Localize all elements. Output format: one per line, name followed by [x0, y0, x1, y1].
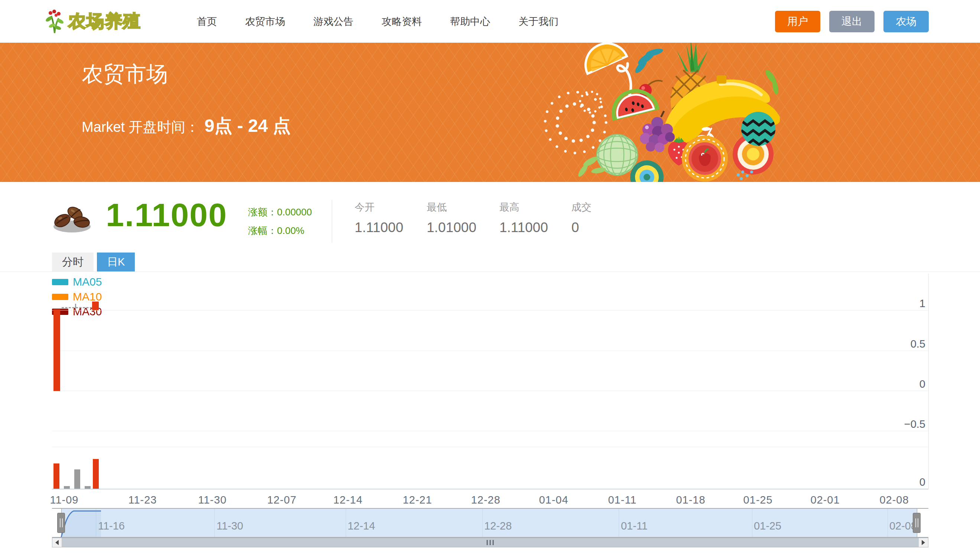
volume-bar-1	[64, 486, 70, 489]
x-axis-label-12-28: 12-28	[458, 494, 513, 506]
open-hours-value: 9点 - 24 点	[205, 114, 291, 138]
x-axis-label-02-08: 02-08	[867, 494, 922, 506]
chart-right-border	[928, 274, 929, 489]
gridline-0.5	[52, 350, 928, 351]
stat-value: 1.11000	[355, 220, 404, 235]
legend-swatch	[52, 279, 68, 285]
ma-line-dashes	[62, 307, 92, 308]
scroll-right-button[interactable]	[918, 538, 928, 547]
stat-value: 1.11000	[500, 220, 548, 235]
page-title: 农贸市场	[82, 60, 168, 89]
site-logo[interactable]: 农场养殖	[44, 9, 141, 34]
chart-tabs: 分时日K	[52, 253, 135, 272]
stat-value: 0	[572, 220, 620, 235]
open-hours-label: Market 开盘时间：	[82, 118, 199, 137]
tabs-underline	[0, 272, 980, 272]
change-amount-row: 涨额：0.00000	[248, 203, 312, 221]
scrollbar-grip-icon[interactable]	[487, 540, 494, 545]
change-pct-row: 涨幅：0.00%	[248, 221, 312, 240]
x-axis-label-11-23: 11-23	[115, 494, 170, 506]
volume-bar-3	[85, 486, 91, 489]
datazoom-label-01-11: 01-11	[608, 520, 660, 532]
nav-buttons: 用户退出农场	[775, 11, 929, 32]
stat-2: 最高1.11000	[500, 200, 548, 235]
tab-分时[interactable]: 分时	[52, 253, 93, 272]
volume-bar-0	[53, 463, 59, 489]
nav-link-2[interactable]: 游戏公告	[313, 15, 353, 28]
legend-item-MA10[interactable]: MA10	[52, 290, 102, 303]
stat-1: 最低1.01000	[427, 200, 477, 235]
ma-line-tick	[75, 304, 76, 308]
x-axis-label-12-21: 12-21	[390, 494, 445, 506]
x-axis-label-11-30: 11-30	[185, 494, 240, 506]
market-open-hours: Market 开盘时间： 9点 - 24 点	[82, 114, 291, 138]
nav-button-0[interactable]: 用户	[775, 11, 820, 32]
datazoom-right-handle[interactable]	[913, 513, 921, 533]
horizontal-scrollbar[interactable]	[52, 538, 928, 547]
nav-link-0[interactable]: 首页	[197, 15, 217, 28]
nav-button-1[interactable]: 退出	[829, 11, 875, 32]
stat-label: 成交	[572, 200, 620, 214]
change-block: 涨额：0.00000 涨幅：0.00%	[248, 203, 312, 240]
datazoom-label-11-30: 11-30	[204, 520, 256, 532]
candlestick-11-13	[92, 302, 99, 310]
gridline-0	[52, 391, 928, 391]
datazoom-label-01-25: 01-25	[742, 520, 793, 532]
x-axis-label-01-04: 01-04	[526, 494, 582, 506]
legend-swatch	[52, 294, 68, 300]
volume-bar-4	[93, 459, 99, 489]
page: 农场养殖 首页农贸市场游戏公告攻略资料帮助中心关于我们 用户退出农场 农贸市场 …	[0, 0, 980, 560]
datazoom-label-02-08: 02-08	[877, 520, 929, 532]
current-price: 1.11000	[106, 196, 227, 234]
y-axis-label-0.5: 0.5	[888, 338, 925, 350]
datazoom-label-12-14: 12-14	[335, 520, 387, 532]
x-axis-label-12-07: 12-07	[254, 494, 310, 506]
nav-links: 首页农贸市场游戏公告攻略资料帮助中心关于我们	[197, 15, 558, 28]
gridline-1	[52, 310, 928, 310]
tab-日K[interactable]: 日K	[97, 253, 135, 272]
stat-label: 最高	[500, 200, 548, 214]
fruit-illustration	[535, 43, 780, 182]
y-axis-label-0: 0	[888, 378, 925, 390]
nav-link-1[interactable]: 农贸市场	[245, 15, 285, 28]
divider	[332, 200, 332, 243]
datazoom-left-handle[interactable]	[57, 513, 65, 533]
stat-3: 成交0	[572, 200, 620, 235]
x-axis-label-12-14: 12-14	[320, 494, 376, 506]
left-triangle-icon	[55, 540, 59, 545]
volume-bar-2	[74, 469, 80, 489]
nav-link-4[interactable]: 帮助中心	[450, 15, 490, 28]
volume-baseline	[52, 489, 928, 490]
coffee-beans-icon	[51, 203, 93, 234]
x-axis-label-11-09: 11-09	[37, 494, 92, 506]
nav-link-3[interactable]: 攻略资料	[382, 15, 422, 28]
datazoom-slider[interactable]: 11-1611-3012-1412-2801-1101-2502-08	[52, 508, 928, 538]
logo-text: 农场养殖	[68, 10, 141, 33]
x-axis-label-01-11: 01-11	[595, 494, 650, 506]
quote-stats: 今开1.11000最低1.01000最高1.11000成交0	[355, 200, 620, 235]
datazoom-label-12-28: 12-28	[472, 520, 524, 532]
legend-item-MA05[interactable]: MA05	[52, 275, 102, 288]
legend-label: MA05	[73, 275, 102, 288]
stat-label: 今开	[355, 200, 404, 214]
x-axis-label-01-18: 01-18	[663, 494, 718, 506]
scroll-left-button[interactable]	[52, 538, 62, 547]
y-axis-label-−0.5: −0.5	[888, 418, 925, 430]
logo-plant-icon	[44, 9, 65, 34]
right-triangle-icon	[922, 540, 925, 545]
stat-0: 今开1.11000	[355, 200, 404, 235]
hero-banner: 农贸市场 Market 开盘时间： 9点 - 24 点	[0, 43, 980, 182]
stat-label: 最低	[427, 200, 477, 214]
change-pct-value: 0.00%	[277, 225, 305, 236]
nav-button-2[interactable]: 农场	[883, 11, 929, 32]
legend-label: MA10	[73, 290, 102, 303]
candlestick-11-09	[53, 309, 60, 391]
nav-link-5[interactable]: 关于我们	[518, 15, 558, 28]
gridline-−0.5	[52, 431, 928, 431]
navbar: 农场养殖 首页农贸市场游戏公告攻略资料帮助中心关于我们 用户退出农场	[0, 0, 980, 43]
volume-zero-label: 0	[888, 476, 925, 488]
x-axis-label-02-01: 02-01	[797, 494, 853, 506]
quote-section: 1.11000 涨额：0.00000 涨幅：0.00% 今开1.11000最低1…	[0, 182, 980, 254]
datazoom-label-11-16: 11-16	[85, 520, 137, 532]
x-axis-label-01-25: 01-25	[730, 494, 786, 506]
